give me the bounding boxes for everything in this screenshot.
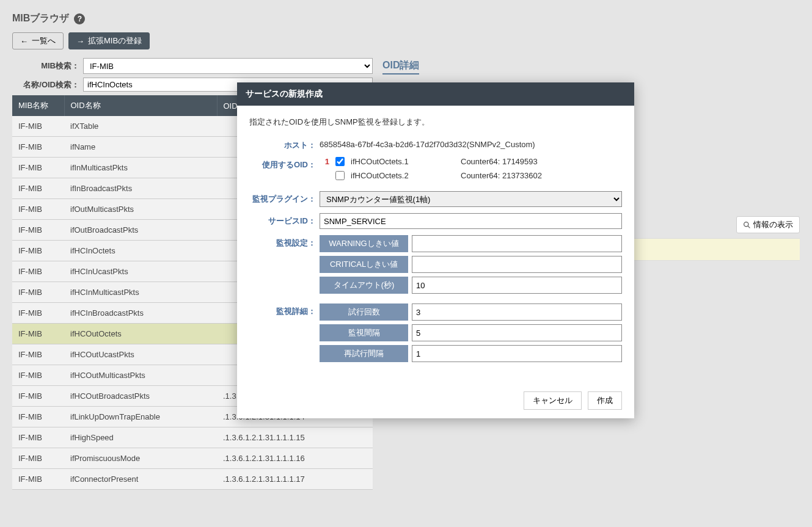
monitor-settings-label: 監視設定：	[249, 235, 320, 249]
cell-oid-num: .1.3.6.1.2.1.31.1.1.1.15	[217, 427, 373, 448]
cell-mib: IF-MIB	[12, 199, 64, 220]
table-row[interactable]: IF-MIBifPromiscuousMode.1.3.6.1.2.1.31.1…	[12, 448, 373, 469]
critical-threshold-label: CRITICALしきい値	[320, 256, 408, 273]
search-icon	[743, 221, 751, 229]
cell-mib: IF-MIB	[12, 116, 64, 137]
help-icon[interactable]: ?	[74, 13, 85, 24]
cell-mib: IF-MIB	[12, 407, 64, 427]
cell-oid-name: ifHCInBroadcastPkts	[64, 303, 217, 324]
cell-oid-name: ifHCOutUcastPkts	[64, 344, 217, 365]
cell-mib: IF-MIB	[12, 386, 64, 407]
oid-counter-value: Counter64: 17149593	[461, 157, 538, 166]
interval-input[interactable]	[412, 324, 622, 341]
oid-option-row: 1ifHCOutOctets.1Counter64: 17149593	[320, 157, 622, 166]
show-info-label: 情報の表示	[753, 219, 793, 230]
timeout-input[interactable]	[412, 277, 622, 294]
cell-oid-name: ifConnectorPresent	[64, 469, 217, 490]
svg-point-0	[744, 222, 748, 226]
name-oid-search-label: 名称/OID検索：	[12, 79, 79, 90]
cell-mib: IF-MIB	[12, 427, 64, 448]
oid-name: ifHCOutOctets.1	[351, 157, 455, 166]
mib-search-select[interactable]: IF-MIB	[83, 58, 373, 74]
cell-mib: IF-MIB	[12, 220, 64, 241]
cell-oid-name: ifOutMulticastPkts	[64, 199, 217, 220]
cell-mib: IF-MIB	[12, 344, 64, 365]
host-label: ホスト：	[249, 137, 320, 151]
cell-oid-name: ifHighSpeed	[64, 427, 217, 448]
create-button[interactable]: 作成	[588, 391, 622, 410]
cell-oid-name: ifOutBroadcastPkts	[64, 220, 217, 241]
critical-threshold-input[interactable]	[412, 256, 622, 273]
cell-mib: IF-MIB	[12, 365, 64, 386]
mib-search-label: MIB検索：	[12, 60, 79, 71]
modal-title: サービスの新規作成	[237, 82, 634, 106]
oid-index: 1	[320, 157, 329, 166]
cell-oid-name: ifXTable	[64, 116, 217, 137]
warning-threshold-label: WARNINGしきい値	[320, 235, 408, 252]
attempts-label: 試行回数	[320, 303, 408, 321]
page-title: MIBブラウザ	[12, 12, 69, 25]
oid-checkbox[interactable]	[335, 157, 345, 166]
arrow-right-icon: →	[76, 37, 84, 46]
cell-oid-num: .1.3.6.1.2.1.31.1.1.1.17	[217, 469, 373, 490]
use-oid-label: 使用するOID：	[249, 157, 320, 170]
oid-counter-value: Counter64: 213733602	[461, 171, 542, 180]
plugin-label: 監視プラグイン：	[249, 191, 320, 205]
cell-mib: IF-MIB	[12, 241, 64, 261]
cell-mib: IF-MIB	[12, 158, 64, 178]
cell-oid-name: ifHCInOctets	[64, 241, 217, 261]
cell-oid-name: ifHCOutOctets	[64, 324, 217, 344]
service-create-modal: サービスの新規作成 指定されたOIDを使用しSNMP監視を登録します。 ホスト：…	[237, 82, 634, 418]
plugin-select[interactable]: SNMPカウンター値監視(1軸)	[320, 191, 622, 207]
cell-mib: IF-MIB	[12, 282, 64, 303]
timeout-label: タイムアウト(秒)	[320, 277, 408, 294]
arrow-left-icon: ←	[20, 37, 28, 46]
svg-line-1	[748, 226, 750, 228]
register-mib-button[interactable]: → 拡張MIBの登録	[68, 32, 150, 49]
back-to-list-button[interactable]: ← 一覧へ	[12, 32, 64, 49]
host-value: 6858548a-67bf-4c3a-b2d6-17d2f70d3d32(SNM…	[320, 137, 622, 149]
modal-description: 指定されたOIDを使用しSNMP監視を登録します。	[249, 117, 622, 128]
cell-mib: IF-MIB	[12, 137, 64, 158]
warning-threshold-input[interactable]	[412, 235, 622, 252]
cancel-button[interactable]: キャンセル	[524, 391, 582, 410]
monitor-detail-label: 監視詳細：	[249, 303, 320, 317]
cell-mib: IF-MIB	[12, 448, 64, 469]
cell-mib: IF-MIB	[12, 178, 64, 199]
cell-oid-name: ifHCOutMulticastPkts	[64, 365, 217, 386]
cell-mib: IF-MIB	[12, 303, 64, 324]
cell-oid-name: ifLinkUpDownTrapEnable	[64, 407, 217, 427]
cell-oid-name: ifInBroadcastPkts	[64, 178, 217, 199]
cell-oid-name: ifHCInUcastPkts	[64, 261, 217, 282]
cell-oid-num: .1.3.6.1.2.1.31.1.1.1.16	[217, 448, 373, 469]
table-row[interactable]: IF-MIBifConnectorPresent.1.3.6.1.2.1.31.…	[12, 469, 373, 490]
service-id-label: サービスID：	[249, 213, 320, 227]
interval-label: 監視間隔	[320, 324, 408, 341]
back-label: 一覧へ	[32, 35, 56, 46]
oid-detail-title: OID詳細	[382, 59, 419, 75]
cell-oid-name: ifInMulticastPkts	[64, 158, 217, 178]
col-mib-name: MIB名称	[12, 95, 64, 116]
service-id-input[interactable]	[320, 213, 622, 229]
register-label: 拡張MIBの登録	[88, 35, 142, 46]
cell-oid-name: ifPromiscuousMode	[64, 448, 217, 469]
cell-oid-name: ifName	[64, 137, 217, 158]
show-info-button[interactable]: 情報の表示	[736, 216, 800, 233]
col-oid-name: OID名称	[64, 95, 217, 116]
cell-mib: IF-MIB	[12, 261, 64, 282]
cell-oid-name: ifHCInMulticastPkts	[64, 282, 217, 303]
oid-checkbox[interactable]	[335, 171, 345, 180]
retry-interval-label: 再試行間隔	[320, 345, 408, 362]
cell-mib: IF-MIB	[12, 469, 64, 490]
cell-oid-name: ifHCOutBroadcastPkts	[64, 386, 217, 407]
oid-option-row: ifHCOutOctets.2Counter64: 213733602	[320, 171, 622, 180]
cell-mib: IF-MIB	[12, 324, 64, 344]
table-row[interactable]: IF-MIBifHighSpeed.1.3.6.1.2.1.31.1.1.1.1…	[12, 427, 373, 448]
retry-interval-input[interactable]	[412, 345, 622, 362]
attempts-input[interactable]	[412, 303, 622, 321]
oid-name: ifHCOutOctets.2	[351, 171, 455, 180]
